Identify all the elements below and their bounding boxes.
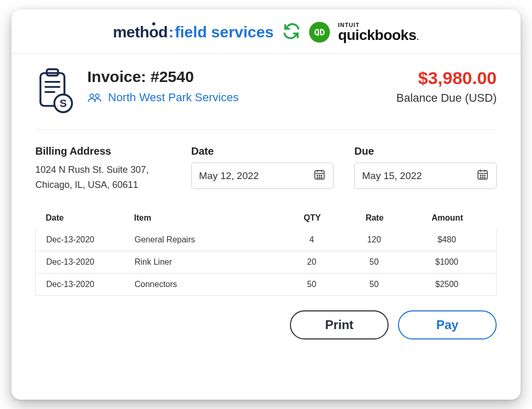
cell-amount: $1000 <box>408 257 486 267</box>
svg-point-14 <box>319 175 320 176</box>
cell-date: Dec-13-2020 <box>46 257 135 267</box>
invoice-header: S Invoice: #2540 North West Park Service… <box>35 68 497 130</box>
quickbooks-badge-icon <box>309 22 330 43</box>
due-value: May 15, 2022 <box>362 170 422 182</box>
balance-label: Balance Due (USD) <box>396 91 497 105</box>
qb-period: . <box>416 31 419 42</box>
cell-amount: $480 <box>408 235 486 244</box>
table-row: Dec-13-2020 General Repairs 4 120 $480 <box>35 229 497 251</box>
calendar-icon <box>313 168 326 183</box>
dot-icon <box>152 22 155 25</box>
th-qty: QTY <box>284 213 341 223</box>
svg-text:S: S <box>60 97 67 109</box>
svg-point-24 <box>482 175 483 176</box>
svg-point-15 <box>321 175 322 176</box>
cell-qty: 50 <box>283 280 340 289</box>
header-logos: meth o d : field services INTUIT quickbo… <box>11 9 521 53</box>
balance-block: $3,980.00 Balance Due (USD) <box>396 68 497 105</box>
actions: Print Pay <box>35 310 497 339</box>
cell-qty: 4 <box>283 235 340 244</box>
th-item: Item <box>134 213 284 223</box>
cell-rate: 50 <box>340 257 408 267</box>
invoice-card: meth o d : field services INTUIT quickbo… <box>11 9 521 400</box>
balance-amount: $3,980.00 <box>396 68 497 88</box>
date-value: May 12, 2022 <box>199 170 259 182</box>
date-input[interactable]: May 12, 2022 <box>191 162 334 189</box>
cell-rate: 50 <box>340 280 408 289</box>
th-rate: Rate <box>341 213 408 223</box>
svg-point-25 <box>484 175 485 176</box>
sync-icon <box>282 22 301 43</box>
cell-amount: $2500 <box>408 280 486 289</box>
svg-point-13 <box>317 175 318 176</box>
print-button[interactable]: Print <box>290 310 389 339</box>
invoice-title: Invoice: #2540 <box>87 68 238 86</box>
pay-button[interactable]: Pay <box>398 310 497 339</box>
method-o: o <box>149 23 158 41</box>
cell-item: Rink Liner <box>135 257 283 267</box>
billing-label: Billing Address <box>35 145 170 157</box>
cell-qty: 20 <box>283 257 340 267</box>
svg-point-16 <box>317 177 318 178</box>
people-icon <box>87 92 102 103</box>
date-block: Date May 12, 2022 <box>191 145 334 189</box>
table-row: Dec-13-2020 Rink Liner 20 50 $1000 <box>35 251 497 274</box>
content: S Invoice: #2540 North West Park Service… <box>11 53 521 400</box>
billing-address-block: Billing Address 1024 N Rush St. Suite 30… <box>35 145 170 193</box>
cell-item: Connectors <box>135 280 283 289</box>
due-block: Due May 15, 2022 <box>354 145 497 189</box>
billing-line2: Chicago, IL, USA, 60611 <box>35 178 170 193</box>
colon: : <box>169 23 174 41</box>
invoice-clipboard-icon: S <box>35 68 76 117</box>
due-input[interactable]: May 15, 2022 <box>354 162 497 189</box>
cell-rate: 120 <box>340 235 408 244</box>
svg-point-17 <box>319 177 320 178</box>
quickbooks-text: INTUIT quickbooks. <box>338 22 419 43</box>
table-row: Dec-13-2020 Connectors 50 50 $2500 <box>35 274 497 296</box>
th-date: Date <box>46 213 134 223</box>
svg-point-26 <box>480 177 481 178</box>
svg-point-27 <box>482 177 483 178</box>
method-prefix: meth <box>113 23 149 41</box>
svg-point-8 <box>96 94 99 98</box>
cell-item: General Repairs <box>135 235 283 244</box>
line-items-table: Date Item QTY Rate Amount Dec-13-2020 Ge… <box>35 207 497 296</box>
cell-date: Dec-13-2020 <box>46 235 135 244</box>
calendar-icon <box>476 168 489 183</box>
th-amount: Amount <box>408 213 486 223</box>
table-header: Date Item QTY Rate Amount <box>35 207 497 229</box>
svg-point-7 <box>90 94 94 98</box>
svg-point-28 <box>484 177 485 178</box>
due-label: Due <box>354 145 497 157</box>
svg-point-23 <box>480 175 481 176</box>
customer-link[interactable]: North West Park Services <box>87 91 238 104</box>
field-services-text: field services <box>175 23 274 41</box>
billing-line1: 1024 N Rush St. Suite 307, <box>35 162 170 178</box>
svg-point-18 <box>321 177 322 178</box>
date-label: Date <box>191 145 334 157</box>
cell-date: Dec-13-2020 <box>46 280 135 289</box>
meta-row: Billing Address 1024 N Rush St. Suite 30… <box>35 145 497 193</box>
customer-name: North West Park Services <box>108 91 238 104</box>
quickbooks-word: quickbooks <box>338 27 417 43</box>
method-suffix: d <box>158 23 168 41</box>
method-logo: meth o d : field services <box>113 23 273 41</box>
